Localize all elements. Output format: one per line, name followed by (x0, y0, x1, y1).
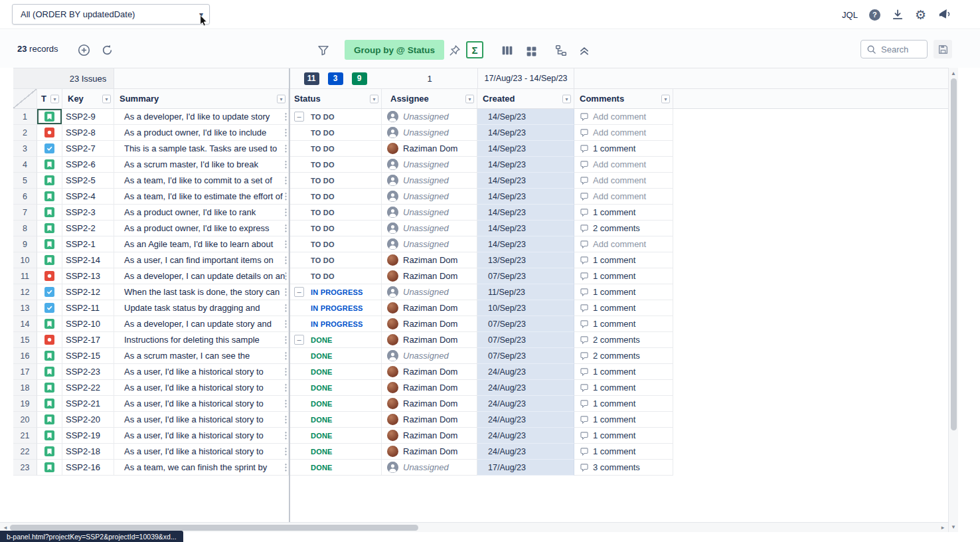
status-cell[interactable]: TO DO (289, 141, 382, 157)
summary-cell[interactable]: As a scrum master, I can see the (114, 348, 289, 364)
issue-key-cell[interactable]: SSP2-2 (62, 221, 114, 236)
issue-key-cell[interactable]: SSP2-4 (62, 189, 114, 205)
help-icon[interactable]: ? (869, 9, 880, 21)
issue-type-cell[interactable] (37, 460, 62, 476)
row-number[interactable]: 7 (13, 205, 37, 221)
scroll-down-icon[interactable]: ▼ (949, 522, 958, 531)
issue-type-cell[interactable] (37, 141, 62, 157)
comments-cell[interactable]: Add comment (574, 157, 673, 173)
columns-button[interactable] (500, 43, 515, 58)
assignee-cell[interactable]: Unassigned (382, 157, 477, 173)
row-number[interactable]: 18 (13, 380, 37, 396)
created-cell[interactable]: 14/Sep/23 (477, 109, 574, 125)
issue-type-cell[interactable] (37, 380, 62, 396)
filter-dropdown-icon[interactable]: ▾ (50, 94, 59, 103)
issue-type-cell[interactable] (37, 268, 62, 284)
comments-cell[interactable]: 1 comment (574, 284, 673, 300)
issue-type-cell[interactable] (37, 189, 62, 205)
status-cell[interactable]: DONE (289, 412, 382, 428)
status-cell[interactable]: TO DO (289, 173, 382, 189)
status-cell[interactable]: –DONE (289, 332, 382, 348)
issue-key-cell[interactable]: SSP2-5 (62, 173, 114, 189)
collapse-group-button[interactable]: – (294, 112, 304, 122)
created-cell[interactable]: 07/Sep/23 (477, 268, 574, 284)
save-button[interactable] (934, 40, 952, 58)
issue-key-cell[interactable]: SSP2-21 (62, 396, 114, 412)
summary-cell[interactable]: As a team, I'd like to estimate the effo… (114, 189, 289, 205)
status-cell[interactable]: –IN PROGRESS (289, 284, 382, 300)
created-cell[interactable]: 24/Aug/23 (477, 380, 574, 396)
issue-key-cell[interactable]: SSP2-13 (62, 268, 114, 284)
comments-cell[interactable]: 1 comment (574, 444, 673, 460)
collapse-group-button[interactable]: – (294, 335, 304, 345)
assignee-cell[interactable]: Unassigned (382, 189, 477, 205)
comments-cell[interactable]: Add comment (574, 189, 673, 205)
issue-key-cell[interactable]: SSP2-11 (62, 300, 114, 316)
filter-button[interactable] (316, 43, 331, 58)
horizontal-scrollbar-thumb[interactable] (10, 525, 418, 531)
search-input[interactable] (880, 44, 920, 55)
issue-key-cell[interactable]: SSP2-18 (62, 444, 114, 460)
summary-cell[interactable]: As a product owner, I'd like to include (114, 125, 289, 141)
issue-type-cell[interactable] (37, 236, 62, 252)
issue-key-cell[interactable]: SSP2-9 (62, 109, 114, 125)
created-cell[interactable]: 14/Sep/23 (477, 157, 574, 173)
comments-cell[interactable]: 1 comment (574, 316, 673, 332)
created-cell[interactable]: 14/Sep/23 (477, 221, 574, 236)
comments-cell[interactable]: Add comment (574, 109, 673, 125)
comments-cell[interactable]: 3 comments (574, 460, 673, 476)
comments-cell[interactable]: 2 comments (574, 221, 673, 236)
sum-sigma-button[interactable]: Σ (466, 41, 483, 58)
group-by-status-button[interactable]: Group by @ Status (345, 40, 444, 60)
status-cell[interactable]: TO DO (289, 268, 382, 284)
collapse-group-button[interactable]: – (294, 287, 304, 297)
assignee-cell[interactable]: Unassigned (382, 173, 477, 189)
column-header-assignee[interactable]: Assignee ▾ (382, 89, 477, 108)
issue-key-cell[interactable]: SSP2-16 (62, 460, 114, 476)
assignee-cell[interactable]: Raziman Dom (382, 364, 477, 380)
issue-key-cell[interactable]: SSP2-6 (62, 157, 114, 173)
filter-dropdown-icon[interactable]: ▾ (465, 94, 474, 103)
row-number[interactable]: 22 (13, 444, 37, 460)
created-cell[interactable]: 07/Sep/23 (477, 348, 574, 364)
comments-cell[interactable]: 2 comments (574, 348, 673, 364)
comments-cell[interactable]: 1 comment (574, 380, 673, 396)
issue-type-cell[interactable] (37, 125, 62, 141)
row-number[interactable]: 12 (13, 284, 37, 300)
row-number[interactable]: 21 (13, 428, 37, 444)
status-cell[interactable]: DONE (289, 460, 382, 476)
created-cell[interactable]: 07/Sep/23 (477, 332, 574, 348)
issue-type-cell[interactable] (37, 157, 62, 173)
issue-type-cell[interactable] (37, 300, 62, 316)
comments-cell[interactable]: Add comment (574, 236, 673, 252)
refresh-button[interactable] (100, 43, 114, 57)
comments-cell[interactable]: 1 comment (574, 252, 673, 268)
row-number[interactable]: 16 (13, 348, 37, 364)
summary-cell[interactable]: As a product owner, I'd like to express (114, 221, 289, 236)
select-all-corner[interactable] (13, 89, 37, 108)
summary-cell[interactable]: As a developer, I can update story and (114, 316, 289, 332)
assignee-cell[interactable]: Raziman Dom (382, 380, 477, 396)
summary-cell[interactable]: This is a sample task. Tasks are used to (114, 141, 289, 157)
created-cell[interactable]: 14/Sep/23 (477, 236, 574, 252)
issue-key-cell[interactable]: SSP2-23 (62, 364, 114, 380)
row-number[interactable]: 23 (13, 460, 37, 476)
row-number[interactable]: 4 (13, 157, 37, 173)
issue-key-cell[interactable]: SSP2-10 (62, 316, 114, 332)
issue-type-cell[interactable] (37, 396, 62, 412)
settings-gear-icon[interactable]: ⚙ (915, 9, 926, 21)
comments-cell[interactable]: 1 comment (574, 205, 673, 221)
issue-key-cell[interactable]: SSP2-17 (62, 332, 114, 348)
comments-cell[interactable]: 1 comment (574, 268, 673, 284)
issue-type-cell[interactable] (37, 444, 62, 460)
summary-cell[interactable]: As a developer, I can update details on … (114, 268, 289, 284)
issue-type-cell[interactable] (37, 205, 62, 221)
issue-key-cell[interactable]: SSP2-20 (62, 412, 114, 428)
column-header-created[interactable]: Created ▾ (477, 89, 574, 108)
hierarchy-button[interactable] (554, 43, 568, 58)
row-number[interactable]: 8 (13, 221, 37, 236)
status-cell[interactable]: DONE (289, 348, 382, 364)
comments-cell[interactable]: 2 comments (574, 332, 673, 348)
assignee-cell[interactable]: Raziman Dom (382, 316, 477, 332)
created-cell[interactable]: 24/Aug/23 (477, 428, 574, 444)
